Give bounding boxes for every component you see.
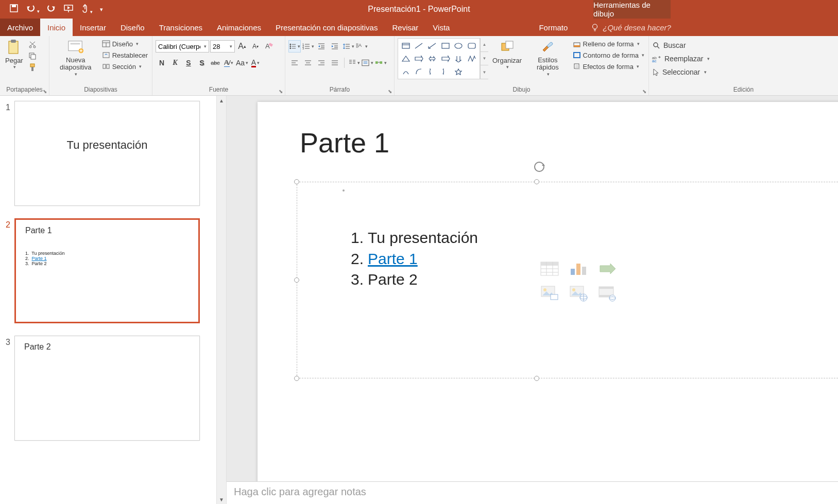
group-fuente: Calibri (Cuerpo)▾ 28▾ A▴ A▾ A N K S S ab…: [152, 36, 285, 95]
copy-button[interactable]: [27, 51, 38, 61]
rotate-handle[interactable]: [532, 160, 546, 176]
columns-button[interactable]: ▾: [348, 57, 360, 69]
shape-fill-button[interactable]: Relleno de forma▾: [572, 39, 645, 48]
insert-online-picture-icon[interactable]: [566, 283, 591, 304]
tab-insertar[interactable]: Insertar: [73, 19, 113, 36]
tab-revisar[interactable]: Revisar: [385, 19, 425, 36]
insert-smartart-icon[interactable]: [595, 258, 620, 279]
italic-button[interactable]: K: [169, 57, 181, 69]
shapes-gallery[interactable]: [398, 38, 480, 79]
gallery-up-icon[interactable]: ▲: [481, 38, 488, 52]
font-size-combo[interactable]: 28▾: [210, 40, 235, 53]
group-label-diapositivas: Diapositivas: [53, 86, 149, 94]
touch-mode-icon[interactable]: ▾: [81, 3, 93, 16]
change-case-button[interactable]: Aa▾: [236, 57, 248, 69]
layout-button[interactable]: Diseño▾: [101, 39, 149, 48]
pegar-button[interactable]: Pegar ▾: [3, 38, 25, 71]
tab-inicio[interactable]: Inicio: [40, 19, 73, 36]
buscar-button[interactable]: Buscar: [652, 40, 686, 50]
insert-table-icon[interactable]: [537, 258, 562, 279]
shadow-button[interactable]: S: [196, 57, 208, 69]
slide-editor: Parte 1 1.Tu presentación 2.Parte 1 3.Pa…: [227, 96, 838, 504]
numbering-button[interactable]: 123▾: [302, 40, 314, 53]
clear-format-button[interactable]: A: [263, 40, 275, 53]
reset-button[interactable]: Restablecer: [101, 50, 149, 60]
line-spacing-button[interactable]: ▾: [342, 40, 354, 53]
tab-formato[interactable]: Formato: [532, 19, 575, 36]
bullets-button[interactable]: ▾: [288, 40, 301, 53]
section-button[interactable]: Sección▾: [101, 62, 149, 71]
hyperlink[interactable]: Parte 1: [368, 250, 418, 267]
content-list[interactable]: 1.Tu presentación 2.Parte 1 3.Parte 2: [351, 228, 478, 290]
align-right-button[interactable]: [315, 57, 328, 69]
insert-video-icon[interactable]: [595, 283, 620, 304]
shape-effects-button[interactable]: Efectos de forma▾: [572, 62, 645, 71]
align-left-button[interactable]: [288, 57, 301, 69]
nueva-diapositiva-button[interactable]: Nueva diapositiva▾: [53, 38, 99, 78]
svg-rect-110: [551, 294, 558, 300]
text-direction-button[interactable]: ||A▾: [355, 40, 368, 53]
increase-indent-button[interactable]: [329, 40, 341, 53]
customize-qat-icon[interactable]: ▾: [100, 6, 103, 13]
estilos-rapidos-button[interactable]: Estilos rápidos▾: [526, 38, 570, 78]
font-color-button[interactable]: A▾: [249, 57, 262, 69]
seleccionar-button[interactable]: Seleccionar▾: [652, 67, 707, 77]
slide-title[interactable]: Parte 1: [300, 127, 389, 159]
start-slideshow-icon[interactable]: [63, 4, 74, 15]
undo-icon[interactable]: ▾: [26, 4, 40, 15]
tab-diseno[interactable]: Diseño: [113, 19, 152, 36]
selection-handle[interactable]: [534, 376, 539, 381]
char-spacing-button[interactable]: AV▾: [223, 57, 235, 69]
insert-picture-icon[interactable]: [537, 283, 562, 304]
thumbnail-1[interactable]: 1 Tu presentación: [2, 101, 208, 206]
decrease-indent-button[interactable]: [315, 40, 328, 53]
bold-button[interactable]: N: [156, 57, 168, 69]
thumb-number: 3: [2, 336, 14, 347]
align-center-button[interactable]: [302, 57, 314, 69]
thumbnail-2[interactable]: 2 Parte 1 1. Tu presentación 2. Parte 1 …: [2, 218, 208, 323]
tab-vista[interactable]: Vista: [425, 19, 457, 36]
svg-rect-15: [30, 64, 35, 67]
underline-button[interactable]: S: [182, 57, 195, 69]
window-title: Presentación1 - PowerPoint: [368, 5, 470, 14]
gallery-down-icon[interactable]: ▼: [481, 52, 488, 66]
tell-me-search[interactable]: ¿Qué desea hacer?: [590, 19, 671, 36]
ribbon-tabs: Archivo Inicio Insertar Diseño Transicio…: [0, 19, 838, 36]
notes-pane[interactable]: Haga clic para agregar notas: [227, 481, 838, 504]
redo-icon[interactable]: [47, 4, 56, 15]
format-painter-button[interactable]: [27, 63, 38, 72]
save-icon[interactable]: [9, 4, 19, 15]
strike-button[interactable]: abc: [209, 57, 221, 69]
organizar-button[interactable]: Organizar▾: [490, 38, 524, 71]
gallery-more-icon[interactable]: ▼: [481, 65, 488, 79]
dialog-launcher-icon[interactable]: ⬊: [43, 89, 47, 94]
align-text-button[interactable]: ▾: [361, 57, 373, 69]
align-justify-button[interactable]: [329, 57, 341, 69]
grow-font-button[interactable]: A▴: [236, 40, 248, 53]
tab-animaciones[interactable]: Animaciones: [210, 19, 268, 36]
reemplazar-button[interactable]: abacReemplazar▾: [652, 54, 710, 64]
thumbnail-3[interactable]: 3 Parte 2: [2, 336, 208, 441]
selection-handle[interactable]: [294, 179, 299, 184]
cut-button[interactable]: [27, 40, 38, 49]
selection-handle[interactable]: [294, 277, 299, 283]
dialog-launcher-icon[interactable]: ⬊: [279, 89, 283, 94]
tab-presentacion[interactable]: Presentación con diapositivas: [268, 19, 385, 36]
tab-archivo[interactable]: Archivo: [0, 19, 40, 36]
thumbnail-scrollbar[interactable]: ▲ ▼: [216, 96, 227, 504]
shrink-font-button[interactable]: A▾: [249, 40, 262, 53]
tab-transiciones[interactable]: Transiciones: [152, 19, 210, 36]
dialog-launcher-icon[interactable]: ⬊: [642, 89, 646, 94]
font-name-combo[interactable]: Calibri (Cuerpo)▾: [156, 40, 209, 53]
smartart-button[interactable]: ▾: [374, 57, 387, 69]
dialog-launcher-icon[interactable]: ⬊: [388, 89, 392, 94]
content-placeholder[interactable]: 1.Tu presentación 2.Parte 1 3.Parte 2: [297, 182, 838, 378]
shape-outline-button[interactable]: Contorno de forma▾: [572, 50, 645, 60]
scroll-up-icon[interactable]: ▲: [217, 96, 226, 105]
slide-canvas[interactable]: Parte 1 1.Tu presentación 2.Parte 1 3.Pa…: [258, 102, 838, 504]
selection-handle[interactable]: [534, 179, 539, 184]
svg-point-85: [455, 43, 462, 48]
selection-handle[interactable]: [294, 376, 299, 381]
scroll-down-icon[interactable]: ▼: [217, 495, 226, 504]
insert-chart-icon[interactable]: [566, 258, 591, 279]
